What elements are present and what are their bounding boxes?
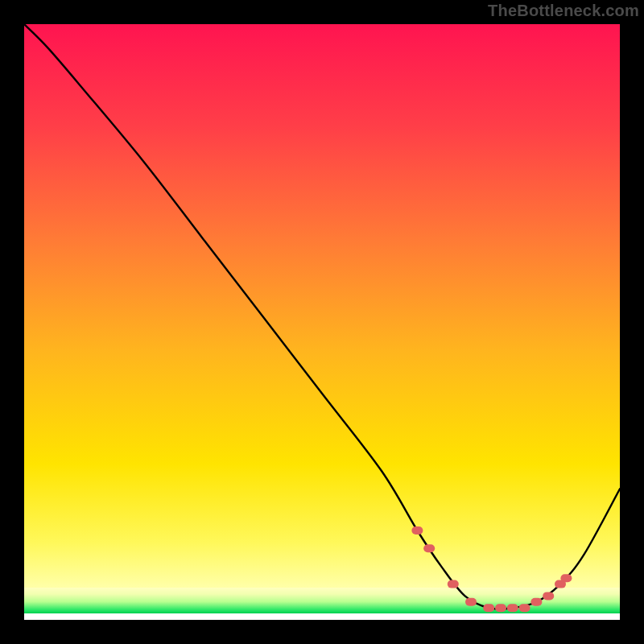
plot-container xyxy=(24,24,620,620)
bottom-white-strip xyxy=(24,613,620,620)
highlight-dot xyxy=(483,604,494,612)
highlight-dot xyxy=(519,604,530,612)
highlight-dot xyxy=(530,598,542,606)
watermark-text: TheBottleneck.com xyxy=(488,2,639,20)
highlight-dot xyxy=(448,580,459,588)
page-root: TheBottleneck.com xyxy=(0,0,644,644)
highlight-dot xyxy=(465,598,477,606)
highlight-dot xyxy=(543,592,554,600)
highlight-dot xyxy=(507,604,518,612)
gradient-background xyxy=(24,24,620,588)
highlight-dot xyxy=(495,604,506,612)
highlight-dot xyxy=(560,574,572,582)
highlight-dot xyxy=(423,544,435,552)
bottleneck-chart xyxy=(24,24,620,620)
highlight-dot xyxy=(411,526,423,535)
green-band xyxy=(24,588,620,613)
